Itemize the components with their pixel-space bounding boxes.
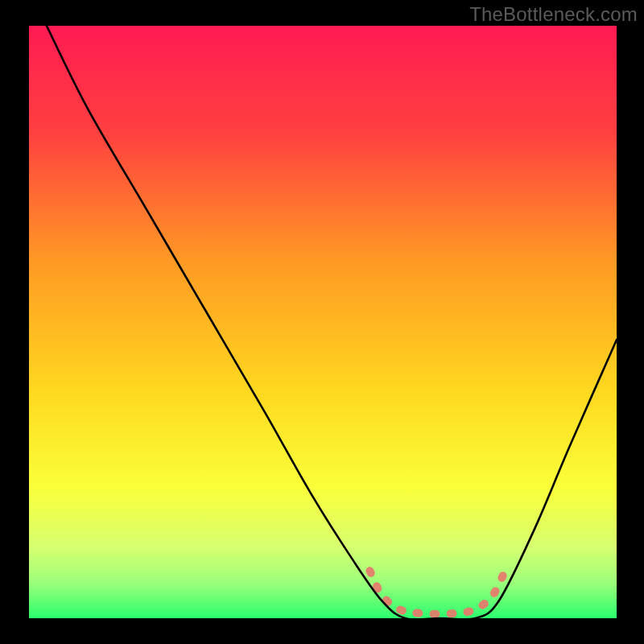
bottleneck-chart — [0, 0, 644, 644]
plot-background — [29, 26, 617, 618]
chart-frame: TheBottleneck.com — [0, 0, 644, 644]
watermark-text: TheBottleneck.com — [469, 3, 638, 26]
